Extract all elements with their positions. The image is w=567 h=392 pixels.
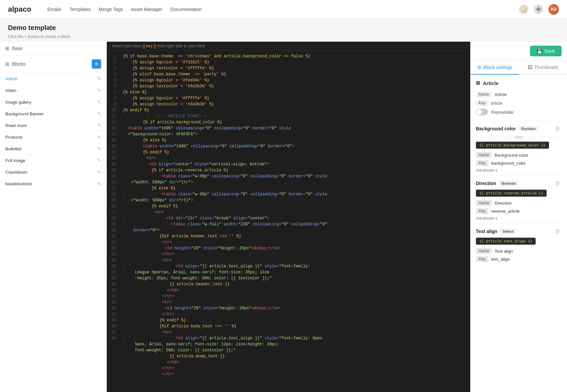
logo: alpaco: [8, 5, 31, 14]
block-settings-icon: ⚙: [477, 65, 482, 70]
bg-key-row: Key background_color: [476, 160, 562, 166]
sidebar-blocks-title: ⊞ Blocks: [5, 61, 26, 67]
tab-block-settings[interactable]: ⚙ Block settings: [471, 61, 519, 75]
text-align-title: Text align Select: [476, 229, 516, 234]
right-tabs: ⚙ Block settings 🖼 Thumbnails: [471, 61, 567, 75]
direction-tmpl: {{ article.reverse_article }}: [476, 190, 547, 197]
chevron-down-icon: ∨: [495, 168, 498, 173]
bg-name-label: Name: [476, 152, 492, 158]
edit-full-image-icon[interactable]: ✎: [97, 158, 101, 163]
nav-right: 🌙 ✛ AU: [519, 4, 559, 15]
article-key-row: Key article: [476, 100, 562, 106]
ta-name-row: Name Text align: [476, 248, 562, 254]
dir-key-value: reverse_article: [491, 209, 520, 214]
edit-video-icon[interactable]: ✎: [97, 88, 101, 93]
ta-name-label: Name: [476, 248, 492, 254]
background-color-type: Boolean: [519, 126, 538, 131]
edit-countdown-icon[interactable]: ✎: [97, 169, 101, 175]
avatar[interactable]: AU: [548, 4, 559, 15]
key-badge: Key: [476, 100, 488, 106]
dir-advanced-toggle[interactable]: Advanced ∨: [476, 216, 562, 221]
sidebar-item-read-more[interactable]: Read more ✎: [0, 120, 106, 131]
sidebar-base-section: ⊞ Base: [0, 42, 106, 55]
dir-key-row: Key reverse_article: [476, 208, 562, 214]
sidebar-item-video[interactable]: Video ✎: [0, 85, 106, 96]
bg-name-value: Background color: [495, 153, 528, 158]
dir-key-label: Key: [476, 208, 489, 214]
right-header: 💾 Save: [471, 42, 567, 61]
article-icon: ⊞: [476, 80, 480, 86]
edit-image-gallery-icon[interactable]: ✎: [97, 99, 101, 105]
editor-hint: Insert input keys {{ key }} from right s…: [107, 42, 470, 51]
edit-products-icon[interactable]: ✎: [97, 134, 101, 140]
text-align-type: Select: [500, 229, 516, 234]
direction-block: Direction Boolean 🗑 {{ article.reverse_a…: [476, 175, 562, 221]
nav-link-emails[interactable]: Emails: [47, 7, 61, 12]
repeatable-toggle[interactable]: [476, 109, 488, 115]
article-name-row: Name Article: [476, 91, 562, 97]
sidebar-item-full-image[interactable]: Full image ✎: [0, 155, 106, 166]
edit-baseblocktest-icon[interactable]: ✎: [97, 181, 101, 186]
blocks-icon: ⊞: [5, 61, 9, 67]
sidebar-item-products[interactable]: Products ✎: [0, 131, 106, 143]
article-section-title: ⊞ Article: [476, 80, 562, 86]
nav-link-documentation[interactable]: Documentation: [171, 7, 202, 12]
direction-delete-button[interactable]: 🗑: [554, 180, 562, 187]
sidebar-item-background-banner[interactable]: Background Banner ✎: [0, 108, 106, 120]
sidebar-item-article[interactable]: Article ✎: [0, 73, 106, 85]
input-divider: Input: [476, 135, 562, 139]
direction-header: Direction Boolean 🗑: [476, 180, 562, 187]
dir-name-row: Name Direction: [476, 200, 562, 206]
code-editor[interactable]: Insert input keys {{ key }} from right s…: [107, 42, 470, 392]
article-key-value: article: [491, 101, 503, 106]
page-hint: Click the + Button to create a block: [0, 34, 567, 42]
edit-background-banner-icon[interactable]: ✎: [97, 111, 101, 116]
text-align-delete-button[interactable]: 🗑: [554, 228, 562, 235]
main-area: ⊞ Base ⊞ Blocks + Article ✎ Video ✎ Ima: [0, 42, 567, 392]
background-color-tmpl: {{ article.background_color }}: [476, 142, 549, 149]
tab-thumbnails[interactable]: 🖼 Thumbnails: [519, 61, 567, 75]
add-block-button[interactable]: +: [92, 59, 101, 69]
article-name-value: Article: [495, 92, 507, 97]
bg-name-row: Name Background color: [476, 152, 562, 158]
sidebar-item-image-gallery[interactable]: Image gallery ✎: [0, 96, 106, 108]
page-title: Demo template: [0, 19, 567, 34]
repeatable-row: Repeatable: [476, 109, 562, 115]
ta-key-value: text_align: [491, 257, 510, 262]
base-icon: ⊞: [5, 46, 9, 51]
save-icon: 💾: [537, 48, 542, 54]
settings-panel: ⊞ Article Name Article Key article Repea…: [471, 75, 567, 270]
line-numbers: 123 456 789 101112 131415 161718 192021 …: [107, 51, 119, 392]
bg-key-value: background_color: [491, 161, 526, 166]
edit-article-icon[interactable]: ✎: [97, 76, 101, 81]
page: Demo template Click the + Button to crea…: [0, 19, 567, 392]
bg-advanced-toggle[interactable]: Advanced ∨: [476, 168, 562, 173]
nav-link-templates[interactable]: Templates: [69, 7, 91, 12]
sidebar-item-baseblocktest[interactable]: baseblocktest ✎: [0, 178, 106, 190]
crosshair-icon[interactable]: ✛: [534, 5, 543, 14]
dir-name-label: Name: [476, 200, 492, 206]
sidebar-item-countdown[interactable]: Countdown ✎: [0, 166, 106, 178]
nav-link-asset-manager[interactable]: Asset Manager: [131, 7, 162, 12]
ta-key-label: Key: [476, 256, 489, 262]
edit-bulletlist-icon[interactable]: ✎: [97, 146, 101, 151]
sidebar-item-bulletlist[interactable]: Bulletlist ✎: [0, 143, 106, 155]
direction-title: Direction Boolean: [476, 181, 519, 186]
direction-type: Boolean: [499, 181, 519, 186]
nav-link-merge-tags[interactable]: Merge Tags: [99, 7, 123, 12]
sidebar-blocks-header: ⊞ Blocks +: [0, 55, 106, 73]
background-color-header: Background color Boolean 🗑: [476, 125, 562, 132]
background-color-delete-button[interactable]: 🗑: [554, 125, 562, 132]
navbar: alpaco Emails Templates Merge Tags Asset…: [0, 0, 567, 19]
name-badge: Name: [476, 91, 492, 97]
code-container[interactable]: 123 456 789 101112 131415 161718 192021 …: [107, 51, 470, 392]
save-button[interactable]: 💾 Save: [530, 46, 562, 56]
bg-key-label: Key: [476, 160, 489, 166]
thumbnails-icon: 🖼: [528, 65, 532, 70]
moon-icon[interactable]: 🌙: [519, 5, 528, 14]
ta-key-row: Key text_align: [476, 256, 562, 262]
background-color-title: Background color Boolean: [476, 126, 538, 131]
edit-read-more-icon[interactable]: ✎: [97, 123, 101, 128]
code-content[interactable]: {% if base.base.theme == 'christmas' and…: [119, 51, 470, 392]
repeatable-label: Repeatable: [491, 110, 514, 115]
